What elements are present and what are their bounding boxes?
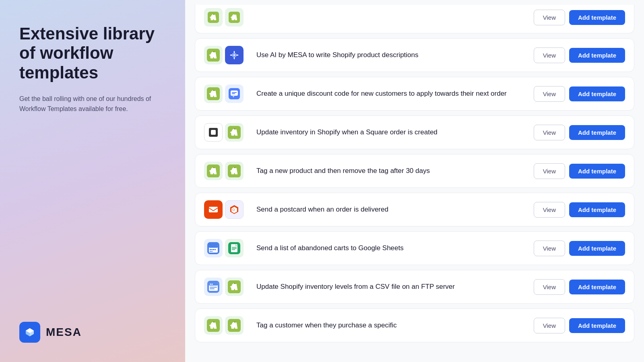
right-panel: View Add template Use AI by MESA to writ… [185, 0, 644, 362]
postcard-icon [204, 200, 223, 219]
template-row-4: Tag a new product and then remove the ta… [195, 154, 634, 188]
actions-3: View Add template [520, 125, 625, 140]
chat-icon [225, 84, 244, 103]
template-row-2: Create a unique discount code for new cu… [195, 77, 634, 111]
svg-point-5 [213, 51, 215, 52]
svg-rect-38 [211, 251, 213, 252]
shopify-icon-r2 [204, 84, 223, 103]
svg-point-2 [213, 14, 214, 15]
actions-2: View Add template [520, 86, 625, 102]
svg-rect-34 [211, 249, 213, 250]
svg-point-50 [210, 284, 211, 285]
template-row-6: Send a list of abandoned carts to Google… [195, 231, 634, 265]
add-template-button-5[interactable]: Add template [569, 202, 625, 217]
view-button-6[interactable]: View [534, 241, 565, 256]
template-row-3: Update inventory in Shopify when a Squar… [195, 115, 634, 149]
shopify-icon-r8a [204, 316, 223, 335]
left-content: Extensive library of workflow templates … [19, 24, 166, 114]
add-template-button-1[interactable]: Add template [569, 48, 625, 63]
icons-group [204, 8, 248, 27]
shopify-icon-r4a [204, 162, 223, 180]
template-row-partial-bottom: Tag a customer when they purchase a spec… [195, 309, 634, 342]
template-description-8: Tag a customer when they purchase a spec… [256, 321, 512, 330]
actions: View Add template [520, 10, 625, 25]
hex-icon: ⬡ [225, 200, 244, 219]
svg-rect-48 [210, 287, 217, 288]
svg-point-22 [234, 167, 235, 168]
svg-rect-44 [232, 249, 235, 250]
shopify-icon-r8b [225, 316, 244, 335]
square-icon [204, 123, 223, 142]
actions-5: View Add template [520, 202, 625, 218]
view-button-7[interactable]: View [534, 279, 565, 295]
view-button-1[interactable]: View [534, 47, 565, 63]
svg-rect-31 [211, 244, 213, 246]
svg-rect-11 [231, 90, 238, 96]
add-template-button-3[interactable]: Add template [569, 125, 625, 140]
main-heading: Extensive library of workflow templates [19, 24, 166, 82]
template-row-5: ⬡ Send a postcard when an order is deliv… [195, 193, 634, 226]
svg-rect-13 [232, 93, 235, 94]
ftp-icon [204, 278, 223, 296]
shopify-icon-1 [204, 8, 223, 27]
template-description-1: Use AI by MESA to write Shopify product … [256, 50, 512, 60]
shopify-icon-r7 [225, 278, 244, 296]
template-description-2: Create a unique discount code for new cu… [256, 89, 512, 99]
actions-6: View Add template [520, 241, 625, 256]
template-description-4: Tag a new product and then remove the ta… [256, 166, 512, 176]
shopify-icon-r3 [225, 123, 244, 142]
template-row-partial-top: View Add template [195, 5, 634, 33]
svg-point-51 [212, 284, 213, 285]
add-template-button-4[interactable]: Add template [569, 164, 625, 179]
svg-rect-49 [210, 288, 215, 289]
svg-rect-33 [210, 249, 211, 250]
view-button-8[interactable]: View [534, 318, 565, 333]
svg-point-18 [234, 128, 235, 130]
add-template-button[interactable]: Add template [569, 10, 625, 25]
view-button-5[interactable]: View [534, 202, 565, 218]
logo-text: MESA [46, 326, 82, 339]
left-panel: Extensive library of workflow templates … [0, 0, 185, 362]
icons-group-5: ⬡ [204, 200, 248, 219]
shopify-icon [204, 46, 223, 64]
svg-rect-16 [211, 130, 216, 135]
gsheets-icon [225, 239, 244, 257]
mesa-ai-icon [225, 46, 244, 64]
icons-group-7 [204, 278, 248, 296]
logo-icon [19, 322, 40, 343]
actions-4: View Add template [520, 163, 625, 179]
icons-group-4 [204, 162, 248, 180]
svg-rect-35 [213, 249, 214, 250]
svg-rect-42 [232, 247, 237, 248]
template-description-6: Send a list of abandoned carts to Google… [256, 243, 512, 253]
svg-rect-24 [209, 207, 218, 212]
add-template-button-2[interactable]: Add template [569, 86, 625, 101]
view-button[interactable]: View [534, 10, 565, 25]
actions-8: View Add template [520, 318, 625, 333]
shopify-icon-2 [225, 8, 244, 27]
calendar-icon [204, 239, 223, 257]
add-template-button-8[interactable]: Add template [569, 318, 625, 333]
icons-group-6 [204, 239, 248, 257]
icons-group-8 [204, 316, 248, 335]
svg-point-9 [213, 90, 215, 91]
view-button-4[interactable]: View [534, 163, 565, 179]
svg-point-57 [234, 321, 235, 323]
svg-point-55 [213, 321, 215, 323]
svg-rect-37 [210, 251, 211, 252]
svg-point-20 [213, 167, 215, 168]
icons-group-3 [204, 123, 248, 142]
svg-rect-12 [232, 92, 237, 93]
svg-rect-43 [232, 248, 237, 249]
icons-group-1 [204, 46, 248, 64]
icons-group-2 [204, 84, 248, 103]
view-button-3[interactable]: View [534, 125, 565, 140]
svg-point-53 [234, 283, 235, 284]
logo-area: MESA [19, 322, 166, 343]
template-description-7: Update Shopify inventory levels from a C… [256, 282, 512, 292]
view-button-2[interactable]: View [534, 86, 565, 102]
add-template-button-7[interactable]: Add template [569, 280, 625, 294]
add-template-button-6[interactable]: Add template [569, 241, 625, 256]
svg-text:⬡: ⬡ [232, 208, 235, 211]
shopify-icon-r4b [225, 162, 244, 180]
